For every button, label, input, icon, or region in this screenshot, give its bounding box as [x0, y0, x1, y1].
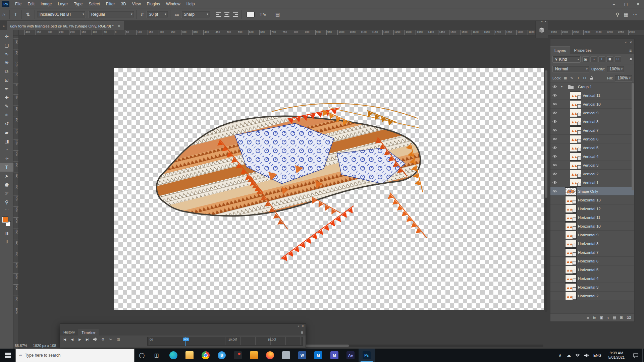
layer-thumbnail[interactable] [565, 275, 577, 283]
layer-visibility-toggle[interactable] [550, 274, 559, 283]
layer-visibility-toggle[interactable] [550, 178, 559, 187]
app-skype[interactable]: S [214, 349, 230, 362]
align-right-icon[interactable] [233, 12, 238, 17]
3d-panel-icon[interactable] [536, 24, 548, 37]
crop-tool[interactable]: ⧉ [0, 67, 13, 76]
tab-overflow-icon[interactable]: » [0, 24, 7, 30]
layer-visibility-toggle[interactable] [550, 213, 559, 222]
lock-option-icon[interactable]: ✎ [569, 75, 575, 81]
layer-thumbnail[interactable] [565, 196, 577, 204]
layer-row[interactable]: ▼ Horizontal 2 [550, 292, 634, 300]
layer-thumbnail[interactable] [570, 135, 581, 143]
layer-row[interactable]: ▼ Horizontal 9 [550, 231, 634, 239]
eyedropper-tool[interactable]: ✒ [0, 84, 13, 93]
menu-item[interactable]: 3D [118, 0, 129, 8]
hand-tool[interactable]: ☞ [0, 189, 13, 198]
layer-thumbnail[interactable] [570, 92, 581, 100]
search-icon[interactable]: ⚲ [616, 12, 619, 17]
layer-visibility-toggle[interactable] [550, 170, 559, 178]
menu-item[interactable]: Image [38, 0, 55, 8]
menu-item[interactable]: Plugins [144, 0, 163, 8]
menu-item[interactable]: Window [163, 0, 183, 8]
type-tool[interactable]: T [0, 163, 13, 172]
layer-visibility-toggle[interactable] [550, 239, 559, 248]
tab-properties[interactable]: Properties [570, 46, 596, 54]
layer-row[interactable]: ▼ Horizontal 11 [550, 213, 634, 222]
move-tool[interactable]: ✛ [0, 32, 13, 41]
layer-row[interactable]: ▼ Horizontal 8 [550, 239, 634, 248]
layer-visibility-toggle[interactable] [550, 100, 559, 108]
tray-expand-icon[interactable]: ∧ [556, 349, 565, 362]
layer-row[interactable]: ▼ Horizontal 6 [550, 257, 634, 265]
app-mail[interactable]: M [310, 349, 326, 362]
play-button[interactable]: ▶ [77, 338, 82, 341]
layer-thumbnail[interactable] [570, 179, 581, 187]
filter-kind-select[interactable]: ⚲ Kind [552, 56, 581, 63]
layer-visibility-toggle[interactable] [550, 143, 559, 152]
layer-row[interactable]: ▼ Vertical 9 [550, 109, 634, 117]
align-left-icon[interactable] [216, 12, 221, 17]
document-tab[interactable]: ugly form with triangles.psd @ 66.7% (Sh… [7, 21, 124, 30]
app-firefox[interactable] [262, 349, 278, 362]
layer-row[interactable]: ▼ Vertical 5 [550, 143, 634, 152]
audio-toggle-icon[interactable] [93, 338, 98, 341]
app-after-effects[interactable]: Ae [342, 349, 359, 362]
app-onenote[interactable]: M [326, 349, 342, 362]
layer-style-icon[interactable]: fx [593, 316, 596, 320]
marquee-tool[interactable]: ▢ [0, 41, 13, 50]
layers-scrollbar[interactable] [632, 83, 634, 190]
fill-select[interactable]: 100% [615, 75, 632, 81]
layer-visibility-toggle[interactable] [550, 283, 559, 291]
menu-item[interactable]: Help [183, 0, 198, 8]
onedrive-cloud-icon[interactable]: ☁ [565, 349, 573, 362]
history-brush-tool[interactable]: ↺ [0, 119, 13, 128]
layer-thumbnail[interactable] [570, 170, 581, 178]
first-frame-button[interactable]: |◀ [62, 338, 67, 341]
blur-tool[interactable]: ◔ [0, 145, 13, 154]
layer-row[interactable]: ▼ Vertical 6 [550, 135, 634, 143]
layer-thumbnail[interactable] [565, 257, 577, 265]
zoom-tool[interactable]: ⚲ [0, 198, 13, 206]
layer-visibility-toggle[interactable] [550, 257, 559, 265]
layer-thumbnail[interactable] [565, 283, 577, 291]
menu-item[interactable]: Layer [55, 0, 71, 8]
path-selection-tool[interactable]: ➤ [0, 172, 13, 180]
font-size-select[interactable]: 30 pt [147, 11, 168, 18]
lock-option-icon[interactable]: ▦ [562, 75, 568, 81]
pen-tool[interactable]: ✑ [0, 154, 13, 163]
layer-row[interactable]: ▼ Horizontal 7 [550, 248, 634, 257]
layer-row[interactable]: ▼ Vertical 1 [550, 178, 634, 187]
start-button[interactable] [0, 349, 15, 362]
layer-visibility-toggle[interactable] [550, 161, 559, 169]
vertical-scrollbar[interactable] [545, 70, 547, 312]
timeline-ruler[interactable]: 00 10:00f 15:00f 00f [147, 337, 303, 346]
app-settings[interactable] [278, 349, 294, 362]
layer-thumbnail[interactable] [565, 222, 577, 230]
tab-close-icon[interactable]: ✕ [118, 24, 120, 28]
shape-tool[interactable]: ⬟ [0, 180, 13, 189]
dock-collapse-icon[interactable]: « [625, 41, 627, 44]
minimize-button[interactable]: – [608, 0, 620, 8]
layer-visibility-toggle[interactable] [550, 204, 559, 213]
screen-mode-icon[interactable]: ▯ [0, 237, 13, 245]
show-desktop-strip[interactable] [642, 349, 644, 362]
tool-preset-icon[interactable]: T [14, 12, 17, 17]
app-chrome[interactable] [198, 349, 214, 362]
more-options-icon[interactable]: ⋯ [633, 12, 638, 17]
foreground-color-swatch[interactable] [2, 217, 8, 223]
zoom-level[interactable]: 66.67% [15, 344, 27, 348]
panel-collapse-icon[interactable]: « [298, 324, 299, 328]
layer-filter-icon[interactable]: ⊡ [614, 56, 621, 62]
eraser-tool[interactable]: ▰ [0, 128, 13, 137]
layer-visibility-toggle[interactable] [550, 222, 559, 230]
layer-thumbnail[interactable] [570, 161, 581, 169]
maximize-button[interactable]: ▢ [620, 0, 632, 8]
layer-filter-icon[interactable]: ▣ [582, 56, 589, 62]
lasso-tool[interactable]: ∿ [0, 50, 13, 58]
blend-mode-select[interactable]: Normal [552, 66, 589, 72]
layer-thumbnail[interactable] [565, 248, 577, 256]
layer-row[interactable]: ▼ Vertical 10 [550, 100, 634, 109]
opacity-select[interactable]: 100% [607, 66, 624, 72]
layer-thumbnail[interactable] [565, 83, 577, 91]
action-center-icon[interactable] [629, 349, 642, 362]
